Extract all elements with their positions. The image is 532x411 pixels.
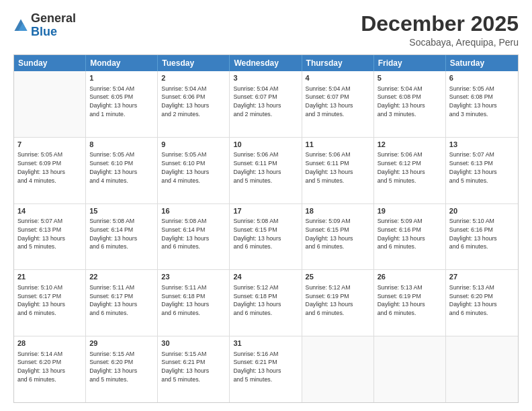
page: General Blue December 2025 Socabaya, Are… — [0, 0, 532, 411]
cell-info: Sunrise: 5:08 AM Sunset: 6:15 PM Dayligh… — [233, 217, 298, 251]
calendar: SundayMondayTuesdayWednesdayThursdayFrid… — [13, 54, 519, 403]
title-block: December 2025 Socabaya, Arequipa, Peru — [361, 12, 519, 48]
day-number: 17 — [233, 206, 298, 216]
calendar-cell: 2Sunrise: 5:04 AM Sunset: 6:06 PM Daylig… — [158, 71, 230, 137]
header-day-sunday: Sunday — [14, 55, 86, 71]
day-number: 8 — [89, 140, 154, 150]
day-number: 15 — [89, 206, 154, 216]
day-number: 30 — [161, 338, 226, 349]
day-number: 9 — [161, 140, 226, 150]
calendar-row-5: 28Sunrise: 5:14 AM Sunset: 6:20 PM Dayli… — [14, 336, 518, 402]
cell-info: Sunrise: 5:11 AM Sunset: 6:17 PM Dayligh… — [89, 283, 154, 318]
calendar-cell: 13Sunrise: 5:07 AM Sunset: 6:13 PM Dayli… — [446, 138, 518, 203]
cell-info: Sunrise: 5:05 AM Sunset: 6:10 PM Dayligh… — [89, 150, 154, 185]
calendar-cell — [302, 336, 374, 402]
location: Socabaya, Arequipa, Peru — [361, 37, 519, 48]
calendar-cell — [446, 336, 518, 402]
cell-info: Sunrise: 5:05 AM Sunset: 6:08 PM Dayligh… — [449, 85, 515, 119]
header-day-monday: Monday — [86, 55, 158, 71]
day-number: 31 — [233, 338, 298, 349]
day-number: 1 — [89, 73, 154, 83]
day-number: 5 — [378, 73, 442, 83]
calendar-cell: 30Sunrise: 5:15 AM Sunset: 6:21 PM Dayli… — [158, 336, 230, 402]
day-number: 25 — [306, 272, 370, 282]
cell-info: Sunrise: 5:15 AM Sunset: 6:21 PM Dayligh… — [161, 350, 226, 384]
calendar-cell: 8Sunrise: 5:05 AM Sunset: 6:10 PM Daylig… — [86, 138, 158, 203]
header-day-wednesday: Wednesday — [230, 55, 302, 71]
day-number: 21 — [17, 272, 82, 282]
cell-info: Sunrise: 5:06 AM Sunset: 6:12 PM Dayligh… — [378, 150, 442, 185]
calendar-cell: 21Sunrise: 5:10 AM Sunset: 6:17 PM Dayli… — [14, 270, 86, 336]
cell-info: Sunrise: 5:06 AM Sunset: 6:11 PM Dayligh… — [306, 150, 370, 185]
calendar-cell: 31Sunrise: 5:16 AM Sunset: 6:21 PM Dayli… — [230, 336, 302, 402]
day-number: 26 — [378, 272, 442, 282]
calendar-cell: 12Sunrise: 5:06 AM Sunset: 6:12 PM Dayli… — [374, 138, 446, 203]
calendar-cell — [14, 71, 86, 137]
day-number: 19 — [378, 206, 442, 216]
header-day-thursday: Thursday — [302, 55, 374, 71]
calendar-cell — [374, 336, 446, 402]
day-number: 13 — [449, 140, 515, 150]
day-number: 22 — [89, 272, 154, 282]
header-day-saturday: Saturday — [446, 55, 518, 71]
calendar-cell: 24Sunrise: 5:12 AM Sunset: 6:18 PM Dayli… — [230, 270, 302, 336]
calendar-cell: 14Sunrise: 5:07 AM Sunset: 6:13 PM Dayli… — [14, 204, 86, 270]
cell-info: Sunrise: 5:12 AM Sunset: 6:19 PM Dayligh… — [306, 283, 370, 318]
calendar-cell: 20Sunrise: 5:10 AM Sunset: 6:16 PM Dayli… — [446, 204, 518, 270]
day-number: 3 — [233, 73, 298, 83]
day-number: 18 — [306, 206, 370, 216]
cell-info: Sunrise: 5:13 AM Sunset: 6:19 PM Dayligh… — [378, 283, 442, 318]
calendar-row-2: 7Sunrise: 5:05 AM Sunset: 6:09 PM Daylig… — [14, 138, 518, 204]
calendar-cell: 11Sunrise: 5:06 AM Sunset: 6:11 PM Dayli… — [302, 138, 374, 203]
cell-info: Sunrise: 5:14 AM Sunset: 6:20 PM Dayligh… — [17, 350, 82, 384]
day-number: 12 — [378, 140, 442, 150]
day-number: 28 — [17, 338, 82, 349]
day-number: 6 — [449, 73, 515, 83]
cell-info: Sunrise: 5:04 AM Sunset: 6:07 PM Dayligh… — [233, 85, 298, 119]
calendar-cell: 26Sunrise: 5:13 AM Sunset: 6:19 PM Dayli… — [374, 270, 446, 336]
day-number: 4 — [306, 73, 370, 83]
calendar-cell: 22Sunrise: 5:11 AM Sunset: 6:17 PM Dayli… — [86, 270, 158, 336]
cell-info: Sunrise: 5:04 AM Sunset: 6:07 PM Dayligh… — [306, 85, 370, 119]
day-number: 24 — [233, 272, 298, 282]
calendar-cell: 18Sunrise: 5:09 AM Sunset: 6:15 PM Dayli… — [302, 204, 374, 270]
cell-info: Sunrise: 5:04 AM Sunset: 6:05 PM Dayligh… — [89, 85, 154, 119]
calendar-cell: 19Sunrise: 5:09 AM Sunset: 6:16 PM Dayli… — [374, 204, 446, 270]
day-number: 20 — [449, 206, 515, 216]
cell-info: Sunrise: 5:16 AM Sunset: 6:21 PM Dayligh… — [233, 350, 298, 384]
day-number: 14 — [17, 206, 82, 216]
calendar-cell: 4Sunrise: 5:04 AM Sunset: 6:07 PM Daylig… — [302, 71, 374, 137]
day-number: 23 — [161, 272, 226, 282]
header-day-tuesday: Tuesday — [158, 55, 230, 71]
calendar-cell: 9Sunrise: 5:05 AM Sunset: 6:10 PM Daylig… — [158, 138, 230, 203]
cell-info: Sunrise: 5:05 AM Sunset: 6:09 PM Dayligh… — [17, 150, 82, 185]
day-number: 29 — [89, 338, 154, 349]
header: General Blue December 2025 Socabaya, Are… — [13, 12, 519, 48]
day-number: 2 — [161, 73, 226, 83]
cell-info: Sunrise: 5:04 AM Sunset: 6:06 PM Dayligh… — [161, 85, 226, 119]
calendar-cell: 6Sunrise: 5:05 AM Sunset: 6:08 PM Daylig… — [446, 71, 518, 137]
calendar-cell: 7Sunrise: 5:05 AM Sunset: 6:09 PM Daylig… — [14, 138, 86, 203]
cell-info: Sunrise: 5:15 AM Sunset: 6:20 PM Dayligh… — [89, 350, 154, 384]
cell-info: Sunrise: 5:05 AM Sunset: 6:10 PM Dayligh… — [161, 150, 226, 185]
cell-info: Sunrise: 5:12 AM Sunset: 6:18 PM Dayligh… — [233, 283, 298, 318]
calendar-row-3: 14Sunrise: 5:07 AM Sunset: 6:13 PM Dayli… — [14, 204, 518, 271]
cell-info: Sunrise: 5:10 AM Sunset: 6:17 PM Dayligh… — [17, 283, 82, 318]
calendar-cell: 25Sunrise: 5:12 AM Sunset: 6:19 PM Dayli… — [302, 270, 374, 336]
logo-general-text: General — [31, 11, 76, 25]
day-number: 7 — [17, 140, 82, 150]
day-number: 11 — [306, 140, 370, 150]
cell-info: Sunrise: 5:06 AM Sunset: 6:11 PM Dayligh… — [233, 150, 298, 185]
calendar-cell: 23Sunrise: 5:11 AM Sunset: 6:18 PM Dayli… — [158, 270, 230, 336]
calendar-cell: 1Sunrise: 5:04 AM Sunset: 6:05 PM Daylig… — [86, 71, 158, 137]
cell-info: Sunrise: 5:07 AM Sunset: 6:13 PM Dayligh… — [449, 150, 515, 185]
calendar-cell: 17Sunrise: 5:08 AM Sunset: 6:15 PM Dayli… — [230, 204, 302, 270]
calendar-header: SundayMondayTuesdayWednesdayThursdayFrid… — [14, 55, 518, 71]
cell-info: Sunrise: 5:13 AM Sunset: 6:20 PM Dayligh… — [449, 283, 515, 318]
cell-info: Sunrise: 5:04 AM Sunset: 6:08 PM Dayligh… — [378, 85, 442, 119]
logo-blue-text: Blue — [31, 25, 57, 38]
calendar-cell: 29Sunrise: 5:15 AM Sunset: 6:20 PM Dayli… — [86, 336, 158, 402]
calendar-row-4: 21Sunrise: 5:10 AM Sunset: 6:17 PM Dayli… — [14, 270, 518, 336]
calendar-body: 1Sunrise: 5:04 AM Sunset: 6:05 PM Daylig… — [14, 71, 518, 402]
cell-info: Sunrise: 5:07 AM Sunset: 6:13 PM Dayligh… — [17, 217, 82, 251]
